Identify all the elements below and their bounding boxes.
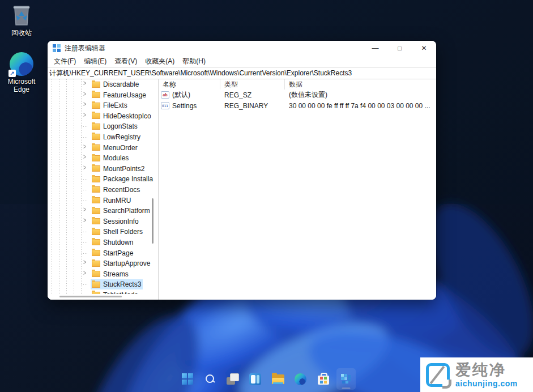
chevron-right-icon[interactable]: > xyxy=(83,100,90,108)
chevron-right-icon[interactable]: > xyxy=(83,111,90,119)
title-bar[interactable]: 注册表编辑器 — □ ✕ xyxy=(48,41,436,56)
chevron-right-icon[interactable]: > xyxy=(83,206,90,214)
tree-item-mountpoints2[interactable]: >MountPoints2 xyxy=(48,164,158,174)
minimize-button[interactable]: — xyxy=(363,41,387,56)
tree-item-label: FeatureUsage xyxy=(103,91,146,99)
tree-item-logonstats[interactable]: LogonStats xyxy=(48,121,158,132)
folder-icon xyxy=(92,229,100,235)
tree-horizontal-scrollbar[interactable] xyxy=(48,294,158,300)
taskbar-registry-editor-button[interactable] xyxy=(336,368,356,390)
tree-item-searchplatform[interactable]: >SearchPlatform xyxy=(48,206,158,216)
file-explorer-icon xyxy=(272,374,284,384)
menu-item-3[interactable]: 收藏夹(A) xyxy=(141,57,178,66)
tree-item-label: StuckRects3 xyxy=(103,280,141,288)
tree-item-recentdocs[interactable]: RecentDocs xyxy=(48,185,158,195)
folder-icon xyxy=(92,271,100,277)
value-name: (默认) xyxy=(172,90,190,100)
tree-connector xyxy=(82,253,88,254)
desktop-icon-recycle-bin[interactable]: 回收站 xyxy=(0,3,43,37)
folder-icon xyxy=(92,103,100,109)
taskbar-task-view-button[interactable] xyxy=(223,368,242,390)
registry-tree-panel[interactable]: >Discardable>FeatureUsage>FileExts>HideD… xyxy=(48,79,159,300)
taskbar-search-button[interactable] xyxy=(201,368,220,390)
chevron-right-icon[interactable]: > xyxy=(83,258,90,266)
folder-icon xyxy=(92,113,100,119)
tree-item-streams[interactable]: >Streams xyxy=(48,269,158,280)
tree-connector xyxy=(82,284,88,285)
chevron-right-icon[interactable]: > xyxy=(83,153,90,161)
taskbar-widgets-button[interactable] xyxy=(246,368,265,390)
tree-item-label: LogonStats xyxy=(103,122,138,130)
menu-item-2[interactable]: 查看(V) xyxy=(110,57,141,66)
taskbar-file-explorer-button[interactable] xyxy=(268,368,288,390)
string-value-icon: ab xyxy=(161,91,169,99)
tree-item-label: SearchPlatform xyxy=(103,207,150,215)
tree-item-fileexts[interactable]: >FileExts xyxy=(48,100,158,111)
tree-item-label: RunMRU xyxy=(103,197,131,204)
watermark-title: 爱纯净 xyxy=(455,363,518,378)
value-row-1[interactable]: 011SettingsREG_BINARY30 00 00 00 fe ff f… xyxy=(159,100,436,111)
value-data: 30 00 00 00 fe ff ff ff 7a f4 00 00 03 0… xyxy=(285,102,436,110)
tree-item-discardable[interactable]: >Discardable xyxy=(48,79,158,90)
tree-item-hidedesktopico[interactable]: >HideDesktopIco xyxy=(48,111,158,122)
value-name: Settings xyxy=(172,102,197,110)
menu-item-4[interactable]: 帮助(H) xyxy=(178,57,210,66)
folder-icon xyxy=(92,197,100,203)
folder-icon xyxy=(92,82,100,88)
tree-item-shutdown[interactable]: Shutdown xyxy=(48,237,158,248)
taskbar-edge-button[interactable] xyxy=(291,368,310,390)
list-header: 名称 类型 数据 xyxy=(159,79,436,90)
column-header-data[interactable]: 数据 xyxy=(285,79,436,90)
tree-item-label: Streams xyxy=(103,270,129,278)
column-header-name[interactable]: 名称 xyxy=(159,79,220,90)
maximize-button[interactable]: □ xyxy=(387,41,412,56)
menu-item-0[interactable]: 文件(F) xyxy=(50,57,80,66)
tree-item-label: Shell Folders xyxy=(103,228,143,236)
desktop-icon-edge[interactable]: ↗ Microsoft Edge xyxy=(0,52,43,93)
tree-item-label: SessionInfo xyxy=(103,218,139,225)
chevron-right-icon[interactable]: > xyxy=(83,216,90,224)
tree-item-sessioninfo[interactable]: >SessionInfo xyxy=(48,216,158,227)
tree-item-runmru[interactable]: RunMRU xyxy=(48,195,158,206)
folder-icon xyxy=(92,239,100,245)
tree-connector xyxy=(82,179,88,180)
tree-item-stuckrects3[interactable]: StuckRects3 xyxy=(48,279,158,290)
address-bar[interactable]: 计算机\HKEY_CURRENT_USER\Software\Microsoft… xyxy=(48,67,436,79)
value-row-0[interactable]: ab(默认)REG_SZ(数值未设置) xyxy=(159,90,436,100)
chevron-right-icon[interactable]: > xyxy=(83,269,90,277)
recycle-bin-icon xyxy=(10,3,33,27)
tree-item-menuorder[interactable]: >MenuOrder xyxy=(48,143,158,154)
tree-item-label: Shutdown xyxy=(103,238,133,246)
close-button[interactable]: ✕ xyxy=(412,41,436,56)
tree-item-featureusage[interactable]: >FeatureUsage xyxy=(48,90,158,101)
tree-item-package-installa[interactable]: Package Installa xyxy=(48,174,158,185)
value-data: (数值未设置) xyxy=(285,90,436,100)
tree-item-startpage[interactable]: StartPage xyxy=(48,248,158,259)
chevron-right-icon[interactable]: > xyxy=(83,79,90,87)
value-type: REG_SZ xyxy=(220,91,285,99)
tree-item-lowregistry[interactable]: LowRegistry xyxy=(48,132,158,143)
menu-item-1[interactable]: 编辑(E) xyxy=(80,57,110,66)
tree-item-label: MountPoints2 xyxy=(103,165,144,173)
tree-vertical-scrollbar[interactable] xyxy=(152,198,153,244)
chevron-right-icon[interactable]: > xyxy=(83,90,90,98)
chevron-right-icon[interactable]: > xyxy=(83,164,90,172)
active-app-indicator xyxy=(342,387,350,389)
tree-connector xyxy=(82,201,88,201)
value-type: REG_BINARY xyxy=(220,102,285,110)
taskbar-store-button[interactable] xyxy=(314,368,333,390)
chevron-right-icon[interactable]: > xyxy=(83,143,90,151)
taskbar-start-button[interactable] xyxy=(178,368,197,390)
binary-value-icon: 011 xyxy=(161,102,169,109)
recycle-bin-label: 回收站 xyxy=(0,29,43,37)
tree-item-startupapprove[interactable]: >StartupApprove xyxy=(48,258,158,269)
tree-item-shell-folders[interactable]: Shell Folders xyxy=(48,227,158,237)
tree-item-label: MenuOrder xyxy=(103,144,138,152)
aichunjing-logo-icon xyxy=(425,362,451,388)
column-header-type[interactable]: 类型 xyxy=(220,79,285,90)
tree-item-modules[interactable]: >Modules xyxy=(48,153,158,164)
folder-icon xyxy=(92,144,100,151)
scrollbar-thumb[interactable] xyxy=(59,296,122,297)
values-panel[interactable]: 名称 类型 数据 ab(默认)REG_SZ(数值未设置)011SettingsR… xyxy=(159,79,436,300)
microsoft-store-icon xyxy=(318,376,329,385)
